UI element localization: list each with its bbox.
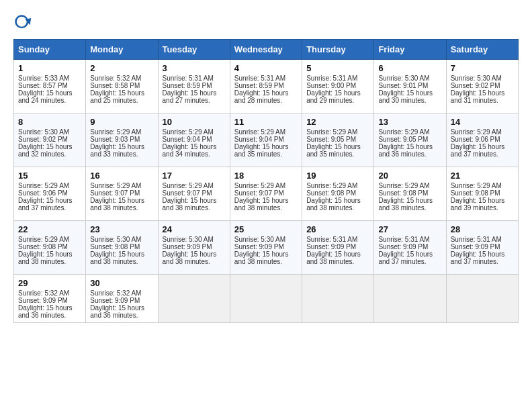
cell-line: and 38 minutes. <box>90 204 153 212</box>
cell-line: Sunset: 9:09 PM <box>234 243 298 250</box>
cell-line: Sunset: 8:59 PM <box>234 82 298 89</box>
cell-line: and 35 minutes. <box>306 150 369 158</box>
cell-line: and 29 minutes. <box>306 97 369 104</box>
col-header-tuesday: Tuesday <box>158 40 230 60</box>
calendar-cell: 25Sunrise: 5:30 AMSunset: 9:09 PMDayligh… <box>230 221 302 275</box>
day-number: 22 <box>18 224 81 234</box>
cell-line: Sunset: 9:05 PM <box>378 136 441 143</box>
calendar-cell <box>230 275 302 323</box>
cell-line: Daylight: 15 hours <box>234 89 298 97</box>
cell-line: Sunset: 9:05 PM <box>306 136 369 143</box>
cell-line: Sunrise: 5:29 AM <box>18 182 81 189</box>
calendar-cell <box>374 275 446 323</box>
cell-line: Sunset: 8:58 PM <box>90 82 153 89</box>
cell-line: Sunset: 9:04 PM <box>163 136 226 143</box>
calendar-cell: 1Sunrise: 5:33 AMSunset: 8:57 PMDaylight… <box>14 60 86 113</box>
day-number: 30 <box>90 278 153 288</box>
cell-line: Daylight: 15 hours <box>378 89 441 97</box>
calendar-cell: 4Sunrise: 5:31 AMSunset: 8:59 PMDaylight… <box>230 60 302 113</box>
cell-line: Daylight: 15 hours <box>306 143 369 150</box>
cell-line: Sunset: 9:00 PM <box>306 82 369 89</box>
calendar-cell: 18Sunrise: 5:29 AMSunset: 9:07 PMDayligh… <box>230 167 302 221</box>
cell-line: Sunset: 9:02 PM <box>451 82 514 89</box>
cell-line: Daylight: 15 hours <box>90 304 153 312</box>
cell-line: Daylight: 15 hours <box>378 197 441 204</box>
cell-line: Daylight: 15 hours <box>234 143 298 150</box>
cell-line: Daylight: 15 hours <box>163 197 226 204</box>
cell-line: Sunset: 9:08 PM <box>90 243 153 250</box>
cell-line: Sunset: 9:09 PM <box>18 297 81 304</box>
cell-line: Daylight: 15 hours <box>234 250 298 258</box>
day-number: 16 <box>90 171 153 181</box>
cell-line: Daylight: 15 hours <box>451 143 514 150</box>
day-number: 9 <box>90 117 153 127</box>
calendar-cell: 21Sunrise: 5:29 AMSunset: 9:08 PMDayligh… <box>446 167 518 221</box>
calendar-cell: 8Sunrise: 5:30 AMSunset: 9:02 PMDaylight… <box>14 113 86 167</box>
col-header-monday: Monday <box>86 40 158 60</box>
cell-line: and 28 minutes. <box>234 97 298 104</box>
cell-line: Sunset: 9:03 PM <box>90 136 153 143</box>
cell-line: Daylight: 15 hours <box>378 250 441 258</box>
calendar-cell: 16Sunrise: 5:29 AMSunset: 9:07 PMDayligh… <box>86 167 158 221</box>
calendar-cell: 22Sunrise: 5:29 AMSunset: 9:08 PMDayligh… <box>14 221 86 275</box>
cell-line: and 37 minutes. <box>18 204 81 212</box>
svg-point-0 <box>16 16 28 28</box>
cell-line: Sunrise: 5:29 AM <box>451 128 514 136</box>
day-number: 14 <box>451 117 514 127</box>
cell-line: Sunrise: 5:29 AM <box>234 128 298 136</box>
cell-line: Sunrise: 5:31 AM <box>306 236 369 243</box>
day-number: 17 <box>163 171 226 181</box>
logo-icon <box>13 13 32 32</box>
cell-line: Daylight: 15 hours <box>90 197 153 204</box>
cell-line: Daylight: 15 hours <box>451 197 514 204</box>
cell-line: Daylight: 15 hours <box>306 197 369 204</box>
calendar-cell: 19Sunrise: 5:29 AMSunset: 9:08 PMDayligh… <box>302 167 374 221</box>
day-number: 26 <box>306 224 369 234</box>
cell-line: Daylight: 15 hours <box>18 197 81 204</box>
day-number: 6 <box>378 63 441 73</box>
calendar-cell: 28Sunrise: 5:31 AMSunset: 9:09 PMDayligh… <box>446 221 518 275</box>
cell-line: Sunset: 9:06 PM <box>18 189 81 197</box>
cell-line: Daylight: 15 hours <box>306 250 369 258</box>
calendar-cell: 29Sunrise: 5:32 AMSunset: 9:09 PMDayligh… <box>14 275 86 323</box>
calendar-cell: 2Sunrise: 5:32 AMSunset: 8:58 PMDaylight… <box>86 60 158 113</box>
calendar-cell: 14Sunrise: 5:29 AMSunset: 9:06 PMDayligh… <box>446 113 518 167</box>
calendar-cell: 30Sunrise: 5:32 AMSunset: 9:09 PMDayligh… <box>86 275 158 323</box>
day-number: 4 <box>234 63 298 73</box>
calendar-cell: 15Sunrise: 5:29 AMSunset: 9:06 PMDayligh… <box>14 167 86 221</box>
calendar-cell: 9Sunrise: 5:29 AMSunset: 9:03 PMDaylight… <box>86 113 158 167</box>
day-number: 5 <box>306 63 369 73</box>
cell-line: Sunset: 8:57 PM <box>18 82 81 89</box>
cell-line: Sunset: 9:09 PM <box>163 243 226 250</box>
calendar-cell: 24Sunrise: 5:30 AMSunset: 9:09 PMDayligh… <box>158 221 230 275</box>
day-number: 29 <box>18 278 81 288</box>
cell-line: Sunset: 9:06 PM <box>451 136 514 143</box>
cell-line: Sunrise: 5:31 AM <box>378 236 441 243</box>
day-number: 3 <box>163 63 226 73</box>
cell-line: Sunset: 9:08 PM <box>378 189 441 197</box>
calendar-cell: 20Sunrise: 5:29 AMSunset: 9:08 PMDayligh… <box>374 167 446 221</box>
calendar-cell: 7Sunrise: 5:30 AMSunset: 9:02 PMDaylight… <box>446 60 518 113</box>
cell-line: and 38 minutes. <box>306 258 369 265</box>
cell-line: and 36 minutes. <box>90 312 153 319</box>
cell-line: Daylight: 15 hours <box>18 250 81 258</box>
cell-line: and 38 minutes. <box>90 258 153 265</box>
day-number: 19 <box>306 171 369 181</box>
cell-line: Sunset: 9:07 PM <box>90 189 153 197</box>
cell-line: and 38 minutes. <box>234 204 298 212</box>
cell-line: and 36 minutes. <box>18 312 81 319</box>
cell-line: Sunset: 9:01 PM <box>378 82 441 89</box>
day-number: 27 <box>378 224 441 234</box>
calendar-cell: 3Sunrise: 5:31 AMSunset: 8:59 PMDaylight… <box>158 60 230 113</box>
day-number: 13 <box>378 117 441 127</box>
calendar-cell: 27Sunrise: 5:31 AMSunset: 9:09 PMDayligh… <box>374 221 446 275</box>
cell-line: Sunrise: 5:29 AM <box>163 128 226 136</box>
day-number: 18 <box>234 171 298 181</box>
col-header-thursday: Thursday <box>302 40 374 60</box>
cell-line: Daylight: 15 hours <box>90 250 153 258</box>
day-number: 2 <box>90 63 153 73</box>
cell-line: and 32 minutes. <box>18 150 81 158</box>
cell-line: and 38 minutes. <box>306 204 369 212</box>
cell-line: Daylight: 15 hours <box>90 143 153 150</box>
col-header-sunday: Sunday <box>14 40 86 60</box>
